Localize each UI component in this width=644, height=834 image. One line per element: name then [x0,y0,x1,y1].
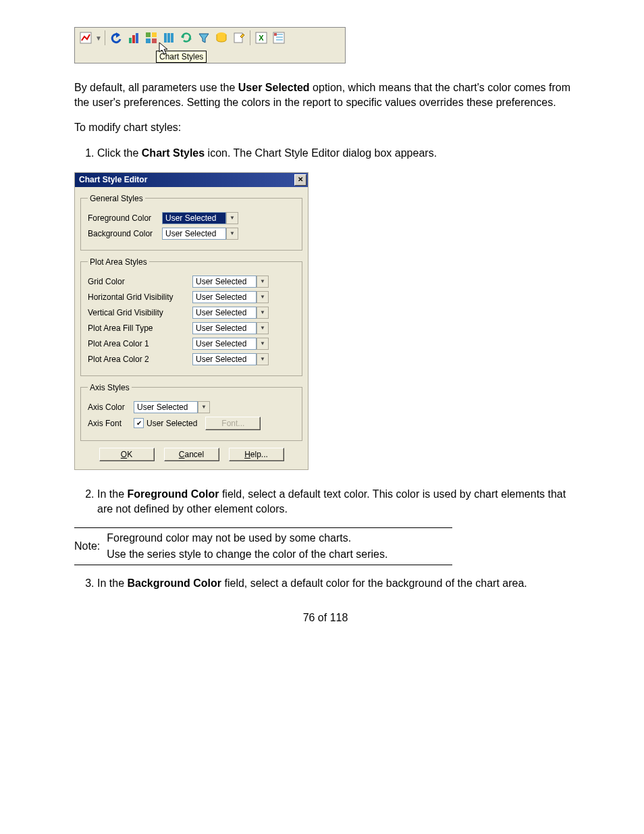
svg-rect-10 [167,33,170,43]
toolbar-screenshot: ▼ X C [74,27,346,63]
paragraph-2: To modify chart styles: [74,120,576,135]
undo-icon [108,30,124,46]
chart-dropdown-icon: ▼ [95,34,102,42]
text: In the [97,577,127,589]
page-number: 76 of 118 [74,612,576,624]
dropdown-icon[interactable]: ▼ [226,228,238,240]
select-value: User Selected [192,322,257,334]
note-box: Note: Foreground color may not be used b… [74,527,452,565]
dropdown-icon[interactable]: ▼ [257,307,269,319]
svg-rect-11 [171,33,173,43]
svg-rect-6 [152,32,157,37]
dropdown-icon[interactable]: ▼ [257,291,269,303]
toolbar-row: ▼ X [75,28,345,48]
hgrid-visibility-label: Horizontal Grid Visibility [88,292,192,302]
help-button[interactable]: Help... [229,448,284,461]
axis-color-select[interactable]: User Selected ▼ [134,401,210,413]
plot-color2-label: Plot Area Color 2 [88,355,192,364]
plot-color1-label: Plot Area Color 1 [88,339,192,348]
dropdown-icon[interactable]: ▼ [257,353,269,365]
vgrid-visibility-select[interactable]: User Selected ▼ [192,307,269,319]
svg-rect-16 [234,33,242,43]
svg-marker-14 [199,34,209,43]
layout-icon [143,30,159,46]
axis-color-label: Axis Color [88,402,134,412]
step-2: In the Foreground Color field, select a … [97,487,576,517]
text: In the [97,488,127,500]
select-value: User Selected [192,307,257,319]
plot-color2-row: Plot Area Color 2 User Selected ▼ [88,353,295,365]
select-value: User Selected [192,276,257,288]
axis-font-checkbox[interactable]: ✔ [134,418,144,428]
dropdown-icon[interactable]: ▼ [198,401,210,413]
note-line-1: Foreground color may not be used by some… [107,532,387,544]
database-icon [213,30,230,46]
svg-rect-5 [146,32,151,37]
text: Click the [97,147,142,159]
plot-color1-row: Plot Area Color 1 User Selected ▼ [88,338,295,350]
text: field, select a default color for the ba… [221,577,527,589]
foreground-color-label: Foreground Color [88,213,162,223]
select-value: User Selected [162,228,226,240]
bold-text: User Selected [238,82,310,93]
font-button[interactable]: Font... [205,417,261,430]
group-legend: Axis Styles [88,383,132,392]
foreground-color-select[interactable]: User Selected ▼ [162,212,238,224]
fill-type-select[interactable]: User Selected ▼ [192,322,269,334]
axis-color-row: Axis Color User Selected ▼ [88,401,295,413]
bold-text: Foreground Color [127,488,219,500]
hgrid-visibility-select[interactable]: User Selected ▼ [192,291,269,303]
chart-styles-icon [126,30,142,46]
step-3: In the Background Color field, select a … [97,576,576,591]
chart-style-editor-dialog: Chart Style Editor ✕ General Styles Fore… [74,172,308,470]
dialog-body: General Styles Foreground Color User Sel… [75,187,308,469]
dropdown-icon[interactable]: ▼ [226,212,238,224]
hgrid-visibility-row: Horizontal Grid Visibility User Selected… [88,291,295,303]
text: By default, all parameters use the [74,82,238,93]
axis-font-check-label: User Selected [146,419,197,428]
select-value: User Selected [162,212,226,224]
background-color-label: Background Color [88,229,162,238]
fill-type-row: Plot Area Fill Type User Selected ▼ [88,322,295,334]
note-label: Note: [74,540,107,552]
axis-font-row: Axis Font ✔ User Selected Font... [88,417,295,430]
dialog-button-row: OK Cancel Help... [80,448,302,461]
plot-area-styles-group: Plot Area Styles Grid Color User Selecte… [80,257,302,376]
tooltip: Chart Styles [156,51,207,63]
svg-rect-7 [146,38,151,43]
bold-text: Background Color [127,577,221,589]
note-line-2: Use the series style to change the color… [107,548,387,561]
svg-rect-9 [164,33,167,43]
excel-icon: X [253,30,269,46]
dropdown-icon[interactable]: ▼ [257,338,269,350]
columns-icon [161,30,177,46]
dropdown-icon[interactable]: ▼ [257,322,269,334]
select-value: User Selected [192,353,257,365]
plot-color1-select[interactable]: User Selected ▼ [192,338,269,350]
dialog-titlebar: Chart Style Editor ✕ [75,173,308,187]
close-button[interactable]: ✕ [294,174,306,186]
dropdown-icon[interactable]: ▼ [257,276,269,288]
select-value: User Selected [134,401,198,413]
svg-rect-2 [129,38,132,43]
general-styles-group: General Styles Foreground Color User Sel… [80,194,302,251]
grid-color-select[interactable]: User Selected ▼ [192,276,269,288]
svg-rect-3 [132,35,135,43]
fill-type-label: Plot Area Fill Type [88,323,192,333]
ok-button[interactable]: OK [99,448,155,461]
dialog-title: Chart Style Editor [79,175,147,184]
foreground-color-row: Foreground Color User Selected ▼ [88,212,295,224]
toolbar-divider [250,30,250,45]
group-legend: Plot Area Styles [88,257,149,267]
plot-color2-select[interactable]: User Selected ▼ [192,353,269,365]
svg-marker-1 [116,32,120,38]
edit-icon [231,30,247,46]
step-1: Click the Chart Styles icon. The Chart S… [97,146,576,161]
filter-icon [196,30,212,46]
svg-text:X: X [259,34,264,42]
select-value: User Selected [192,338,257,350]
svg-rect-24 [274,33,277,36]
background-color-select[interactable]: User Selected ▼ [162,228,238,240]
cancel-button[interactable]: Cancel [164,448,219,461]
axis-font-label: Axis Font [88,419,134,428]
